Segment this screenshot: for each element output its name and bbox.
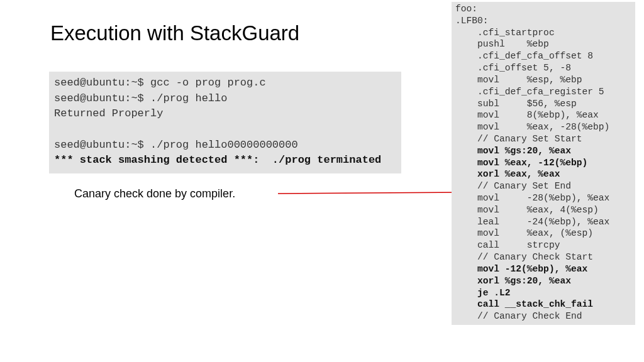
- asm-line: // Canary Check End: [455, 311, 582, 321]
- terminal-output: seed@ubuntu:~$ gcc -o prog prog.c seed@u…: [49, 72, 401, 173]
- term-line-2: seed@ubuntu:~$ ./prog hello: [54, 92, 227, 104]
- term-line-1: seed@ubuntu:~$ gcc -o prog prog.c: [54, 77, 266, 89]
- asm-line: subl $56, %esp: [455, 99, 577, 109]
- asm-line: // Canary Check Start: [455, 252, 593, 262]
- asm-line: call strcpy: [455, 240, 560, 250]
- asm-line: foo:: [455, 4, 477, 14]
- asm-line: movl %eax, -28(%ebp): [455, 122, 609, 132]
- term-line-3: Returned Properly: [54, 107, 163, 119]
- asm-line: call __stack_chk_fail: [455, 299, 593, 309]
- asm-line: // Canary Set End: [455, 181, 571, 191]
- asm-line: movl 8(%ebp), %eax: [455, 110, 599, 120]
- slide-title: Execution with StackGuard: [50, 21, 299, 45]
- asm-line: .cfi_offset 5, -8: [455, 63, 571, 73]
- asm-line: je .L2: [455, 288, 511, 298]
- asm-line: xorl %gs:20, %eax: [455, 276, 571, 286]
- asm-line: movl %esp, %ebp: [455, 75, 582, 85]
- asm-line: // Canary Set Start: [455, 134, 582, 144]
- asm-line: .cfi_def_cfa_offset 8: [455, 51, 593, 61]
- asm-line: xorl %eax, %eax: [455, 169, 560, 179]
- asm-line: pushl %ebp: [455, 39, 549, 49]
- asm-line: movl %gs:20, %eax: [455, 146, 571, 156]
- asm-line: movl %eax, 4(%esp): [455, 205, 599, 215]
- term-line-6: *** stack smashing detected ***: ./prog …: [54, 154, 381, 166]
- asm-line: .cfi_startproc: [455, 28, 555, 38]
- asm-line: leal -24(%ebp), %eax: [455, 217, 609, 227]
- asm-line: .LFB0:: [455, 16, 489, 26]
- caption: Canary check done by compiler.: [74, 187, 235, 200]
- term-line-5: seed@ubuntu:~$ ./prog hello00000000000: [54, 139, 298, 151]
- asm-line: movl -28(%ebp), %eax: [455, 193, 609, 203]
- svg-line-0: [278, 192, 464, 194]
- asm-line: movl %eax, (%esp): [455, 228, 593, 238]
- assembly-listing: foo: .LFB0: .cfi_startproc pushl %ebp .c…: [452, 2, 635, 325]
- asm-line: movl %eax, -12(%ebp): [455, 158, 587, 168]
- arrow-icon: [277, 180, 472, 205]
- asm-line: .cfi_def_cfa_register 5: [455, 87, 604, 97]
- asm-line: movl -12(%ebp), %eax: [455, 264, 587, 274]
